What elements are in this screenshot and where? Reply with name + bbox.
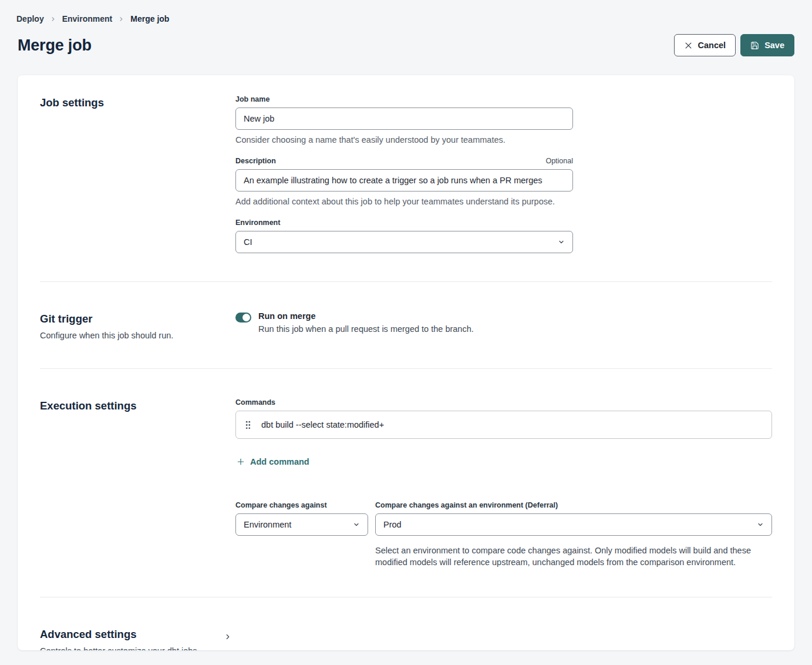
command-row[interactable]: dbt build --select state:modified+ <box>235 411 772 439</box>
add-command-button[interactable]: Add command <box>235 457 311 466</box>
header-actions: Cancel Save <box>674 34 794 56</box>
commands-label: Commands <box>235 398 772 407</box>
advanced-settings-heading: Advanced settings <box>40 628 235 641</box>
save-button-label: Save <box>764 41 784 50</box>
chevron-down-icon <box>558 239 565 246</box>
advanced-settings-subheading: Controls to better customize your dbt jo… <box>40 646 235 650</box>
breadcrumb-chevron-icon <box>50 16 56 22</box>
job-settings-heading: Job settings <box>40 96 235 109</box>
advanced-settings-expand-button[interactable] <box>224 627 232 650</box>
page-header: Merge job Cancel Save <box>18 34 794 56</box>
compare-against-select-value: Environment <box>244 520 291 529</box>
environment-select-value: CI <box>244 237 252 247</box>
section-divider <box>40 597 772 597</box>
section-divider <box>40 368 772 369</box>
chevron-down-icon <box>757 521 764 528</box>
description-helper: Add additional context about this job to… <box>235 197 573 206</box>
deferral-helper: Select an environment to compare code ch… <box>375 545 756 569</box>
run-on-merge-label: Run on merge <box>258 311 474 321</box>
close-icon <box>684 41 693 50</box>
cancel-button[interactable]: Cancel <box>674 34 736 56</box>
breadcrumb-chevron-icon <box>118 16 124 22</box>
breadcrumb-current: Merge job <box>130 14 169 23</box>
add-command-label: Add command <box>250 457 309 466</box>
deferral-select-value: Prod <box>383 520 402 529</box>
drag-handle-icon[interactable] <box>245 421 251 429</box>
description-input[interactable] <box>235 169 573 192</box>
page-title: Merge job <box>18 36 92 55</box>
breadcrumb-deploy[interactable]: Deploy <box>16 14 44 23</box>
execution-settings-heading: Execution settings <box>40 399 235 412</box>
run-on-merge-description: Run this job when a pull request is merg… <box>258 324 474 334</box>
chevron-right-icon <box>224 633 232 641</box>
save-button[interactable]: Save <box>740 34 794 56</box>
git-trigger-heading: Git trigger <box>40 313 235 325</box>
breadcrumb: Deploy Environment Merge job <box>16 0 794 23</box>
compare-against-select[interactable]: Environment <box>235 513 368 536</box>
plus-icon <box>237 458 245 466</box>
environment-select[interactable]: CI <box>235 231 573 253</box>
section-job-settings: Job settings Job name Consider choosing … <box>40 95 772 253</box>
description-label: Description <box>235 157 276 165</box>
deferral-label: Compare changes against an environment (… <box>375 501 772 509</box>
deferral-select[interactable]: Prod <box>375 513 772 536</box>
command-text[interactable]: dbt build --select state:modified+ <box>261 420 384 429</box>
toggle-knob <box>242 314 250 321</box>
section-git-trigger: Git trigger Configure when this job shou… <box>40 311 772 340</box>
job-name-label: Job name <box>235 95 573 103</box>
section-divider <box>40 281 772 282</box>
breadcrumb-environment[interactable]: Environment <box>62 14 113 23</box>
compare-against-label: Compare changes against <box>235 501 368 509</box>
merge-job-page: Deploy Environment Merge job Merge job C… <box>0 0 812 650</box>
run-on-merge-toggle[interactable] <box>235 313 251 323</box>
description-optional-badge: Optional <box>545 157 573 165</box>
cancel-button-label: Cancel <box>698 41 726 50</box>
chevron-down-icon <box>353 521 360 528</box>
job-name-helper: Consider choosing a name that's easily u… <box>235 135 573 145</box>
job-name-input[interactable] <box>235 108 573 130</box>
git-trigger-subheading: Configure when this job should run. <box>40 331 235 340</box>
environment-label: Environment <box>235 219 573 227</box>
save-icon <box>750 41 759 50</box>
section-advanced-settings: Advanced settings Controls to better cus… <box>40 627 772 650</box>
section-execution-settings: Execution settings Commands dbt build --… <box>40 398 772 569</box>
job-form-card: Job settings Job name Consider choosing … <box>18 75 794 650</box>
